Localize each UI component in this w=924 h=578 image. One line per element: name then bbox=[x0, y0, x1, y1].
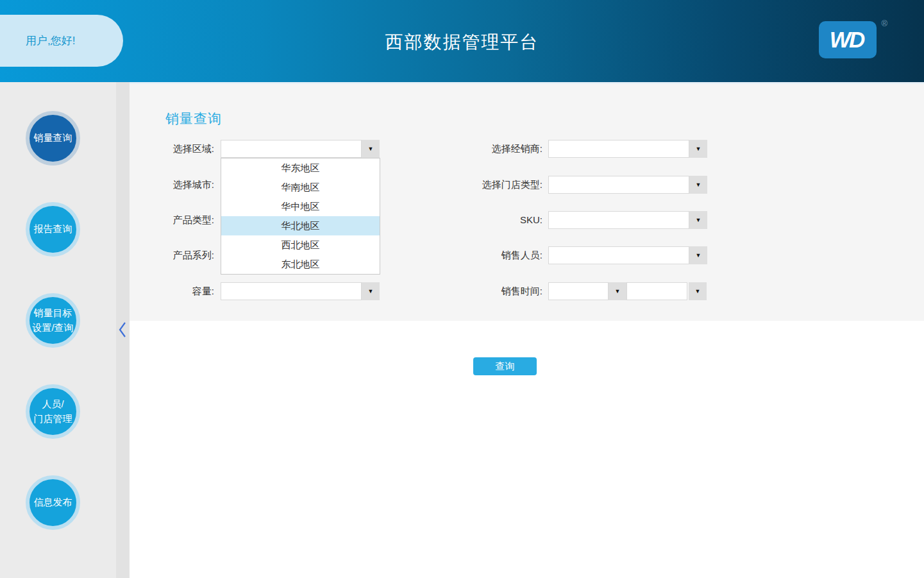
field-label-region: 选择区域: bbox=[130, 140, 214, 158]
sidebar-item-info-publish[interactable]: 信息发布 bbox=[26, 475, 80, 530]
region-select: ▼ bbox=[221, 140, 380, 158]
query-form-section: 销量查询 选择区域: 选择城市: 产品类型: 产品系列: 容量: ▼ ▼ ▼ bbox=[130, 82, 924, 321]
section-title: 销量查询 bbox=[165, 110, 222, 128]
sales-time-from-dropdown-button[interactable]: ▼ bbox=[609, 282, 626, 300]
sales-time-from-input[interactable] bbox=[548, 282, 609, 300]
chevron-down-icon: ▼ bbox=[696, 146, 701, 152]
dealer-dropdown-button[interactable]: ▼ bbox=[689, 140, 707, 158]
field-label-dealer: 选择经销商: bbox=[427, 140, 542, 158]
store-type-select: ▼ bbox=[548, 176, 707, 194]
wd-logo: WD bbox=[819, 21, 877, 58]
field-label-capacity: 容量: bbox=[130, 282, 214, 300]
chevron-down-icon: ▼ bbox=[696, 182, 701, 188]
sales-person-input[interactable] bbox=[548, 246, 689, 264]
sales-person-select: ▼ bbox=[548, 246, 707, 264]
capacity-input[interactable] bbox=[221, 282, 362, 300]
dealer-select: ▼ bbox=[548, 140, 707, 158]
chevron-down-icon: ▼ bbox=[615, 288, 621, 294]
sidebar-item-sales-query[interactable]: 销量查询 bbox=[26, 111, 80, 166]
sales-person-dropdown-button[interactable]: ▼ bbox=[689, 246, 707, 264]
region-dropdown-list: 华东地区 华南地区 华中地区 华北地区 西北地区 东北地区 bbox=[221, 158, 380, 275]
chevron-down-icon: ▼ bbox=[368, 146, 374, 152]
main-content: 销量查询 选择区域: 选择城市: 产品类型: 产品系列: 容量: ▼ ▼ ▼ bbox=[130, 82, 924, 578]
sidebar-item-label: 信息发布 bbox=[34, 495, 72, 510]
field-label-city: 选择城市: bbox=[130, 176, 214, 194]
sales-time-to-input[interactable] bbox=[626, 282, 687, 300]
sidebar-item-label: 销量目标 设置/查询 bbox=[32, 306, 73, 335]
sidebar-item-label: 销量查询 bbox=[34, 131, 72, 146]
store-type-dropdown-button[interactable]: ▼ bbox=[689, 176, 707, 194]
store-type-input[interactable] bbox=[548, 176, 689, 194]
field-label-sales-person: 销售人员: bbox=[427, 246, 542, 264]
sidebar-item-label: 报告查询 bbox=[34, 222, 72, 237]
app-header: 用户,您好! 西部数据管理平台 WD ® bbox=[0, 0, 924, 82]
dropdown-option-northwest[interactable]: 西北地区 bbox=[221, 235, 380, 255]
chevron-down-icon: ▼ bbox=[695, 288, 701, 294]
query-button[interactable]: 查询 bbox=[473, 357, 537, 375]
sidebar-item-report-query[interactable]: 报告查询 bbox=[26, 202, 80, 257]
sales-time-to-dropdown-button[interactable]: ▼ bbox=[689, 282, 707, 300]
field-label-sales-time: 销售时间: bbox=[427, 282, 542, 300]
chevron-down-icon: ▼ bbox=[696, 252, 701, 259]
capacity-dropdown-button[interactable]: ▼ bbox=[362, 282, 380, 300]
page: 用户,您好! 西部数据管理平台 WD ® 销量查询 报告查询 销量目标 设置/查… bbox=[0, 0, 924, 578]
sku-dropdown-button[interactable]: ▼ bbox=[689, 211, 707, 229]
sku-input[interactable] bbox=[548, 211, 689, 229]
dropdown-option-central[interactable]: 华中地区 bbox=[221, 197, 380, 216]
registered-trademark-icon: ® bbox=[881, 19, 887, 28]
chevron-down-icon: ▼ bbox=[696, 217, 701, 223]
sidebar: 销量查询 报告查询 销量目标 设置/查询 人员/ 门店管理 信息发布 bbox=[0, 82, 116, 578]
chevron-down-icon: ▼ bbox=[368, 288, 374, 294]
sidebar-item-label: 人员/ 门店管理 bbox=[34, 397, 72, 426]
wd-logo-text: WD bbox=[830, 27, 863, 53]
field-label-product-series: 产品系列: bbox=[130, 246, 214, 264]
region-input[interactable] bbox=[221, 140, 362, 158]
chevron-left-icon bbox=[118, 321, 127, 338]
sidebar-item-staff-store-mgmt[interactable]: 人员/ 门店管理 bbox=[26, 384, 80, 439]
dropdown-option-northeast[interactable]: 东北地区 bbox=[221, 255, 380, 274]
dropdown-option-east[interactable]: 华东地区 bbox=[221, 158, 380, 178]
dealer-input[interactable] bbox=[548, 140, 689, 158]
sales-time-range-select: ▼ ▼ bbox=[548, 282, 707, 300]
field-label-product-type: 产品类型: bbox=[130, 211, 214, 229]
page-title: 西部数据管理平台 bbox=[0, 30, 924, 55]
dropdown-option-north[interactable]: 华北地区 bbox=[221, 216, 380, 235]
capacity-select: ▼ bbox=[221, 282, 380, 300]
sku-select: ▼ bbox=[548, 211, 707, 229]
region-dropdown-button[interactable]: ▼ bbox=[362, 140, 380, 158]
field-label-sku: SKU: bbox=[427, 211, 542, 229]
dropdown-option-south[interactable]: 华南地区 bbox=[221, 178, 380, 197]
sidebar-item-sales-target[interactable]: 销量目标 设置/查询 bbox=[26, 293, 80, 348]
field-label-store-type: 选择门店类型: bbox=[427, 176, 542, 194]
sidebar-collapse-handle[interactable] bbox=[116, 82, 130, 578]
